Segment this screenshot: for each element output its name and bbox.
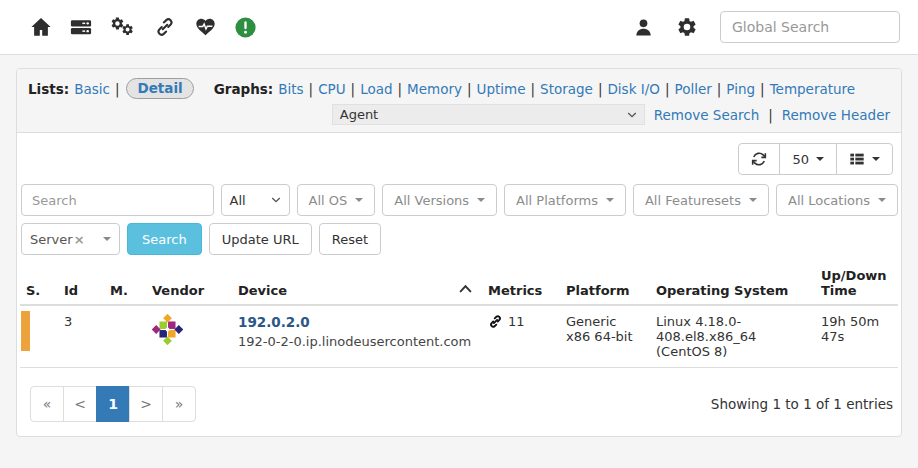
platforms-filter-dropdown[interactable]: All Platforms [504,184,626,216]
os-cell: Linux 4.18.0-408.el8.x86_64 (CentOS 8) [648,305,813,368]
status-warning-bar [21,311,30,351]
pagination-row: « < 1 > » Showing 1 to 1 of 1 entries [30,386,893,422]
devices-rack-icon[interactable] [69,16,93,38]
device-group-select[interactable]: Server× [21,223,120,255]
update-url-button[interactable]: Update URL [209,223,312,255]
refresh-icon [751,151,767,167]
col-header-metrics[interactable]: Metrics [480,262,558,305]
centos-logo-icon [152,314,183,345]
featuresets-filter-dropdown[interactable]: All Featuresets [633,184,769,216]
col-header-platform[interactable]: Platform [558,262,648,305]
entries-summary: Showing 1 to 1 of 1 entries [711,396,893,412]
navbar-left-icons [30,16,257,39]
caret-down-icon [816,157,824,161]
devices-table: S. Id M. Vendor Device Metrics Platform … [20,262,898,368]
metrics-link-icon[interactable] [488,314,503,329]
graph-link-bits[interactable]: Bits [278,81,303,97]
alerts-icon[interactable] [234,16,257,39]
graph-link-load[interactable]: Load [360,81,392,97]
panel-body: 50 All All OS [17,133,901,436]
col-header-device[interactable]: Device [230,262,480,305]
remove-header-link[interactable]: Remove Header [782,107,890,123]
table-toolbar: 50 [20,143,893,175]
chevron-down-icon [627,111,637,119]
search-button[interactable]: Search [127,223,202,255]
type-select[interactable]: All [221,184,290,216]
col-header-status[interactable]: S. [20,262,56,305]
group-tag: Server [30,232,73,247]
page-1-button[interactable]: 1 [96,386,130,422]
metrics-cell: 11 [480,305,558,368]
page-size-dropdown[interactable]: 50 [779,143,837,175]
user-icon[interactable] [633,17,654,38]
table-header-row: S. Id M. Vendor Device Metrics Platform … [20,262,898,305]
toolbar-button-group: 50 [738,143,893,175]
device-cell: 192.0.2.0 192-0-2-0.ip.linodeusercontent… [230,305,480,368]
graph-link-poller[interactable]: Poller [674,81,711,97]
col-header-updown[interactable]: Up/Down Time [813,262,898,305]
col-header-vendor[interactable]: Vendor [144,262,230,305]
caret-down-icon [606,198,614,202]
graph-link-memory[interactable]: Memory [407,81,462,97]
filter-row-1: All All OS All Versions All Platforms Al… [21,184,898,216]
metrics-count[interactable]: 11 [508,314,525,329]
search-input[interactable] [21,184,214,216]
vendor-cell [144,305,230,368]
graph-link-temperature[interactable]: Temperature [770,81,856,97]
lists-graphs-row: Lists: Basic | Detail Graphs: Bits| CPU|… [28,78,890,99]
remove-search-link[interactable]: Remove Search [654,107,759,123]
top-navbar [0,0,918,55]
id-cell: 3 [56,305,102,368]
graph-link-cpu[interactable]: CPU [318,81,345,97]
devices-panel: Lists: Basic | Detail Graphs: Bits| CPU|… [16,68,902,437]
os-filter-dropdown[interactable]: All OS [297,184,376,216]
col-header-id[interactable]: Id [56,262,102,305]
home-icon[interactable] [30,16,52,38]
col-header-maintenance[interactable]: M. [102,262,144,305]
locations-filter-dropdown[interactable]: All Locations [776,184,898,216]
services-cogs-icon[interactable] [110,16,136,38]
page-last-button[interactable]: » [162,386,196,422]
graphs-label: Graphs: [214,81,274,97]
agent-filter-row: Agent Remove Search | Remove Header [28,104,890,125]
global-search-input[interactable] [720,11,900,43]
ports-link-icon[interactable] [153,16,177,38]
device-link[interactable]: 192.0.2.0 [238,314,472,330]
list-columns-icon [849,151,865,167]
uptime-cell: 19h 50m 47s [813,305,898,368]
caret-down-icon [355,198,363,202]
health-heartbeat-icon[interactable] [194,16,217,38]
page-next-button[interactable]: > [129,386,163,422]
caret-down-icon [878,198,886,202]
filter-row-2: Server× Search Update URL Reset [21,223,898,255]
panel-heading: Lists: Basic | Detail Graphs: Bits| CPU|… [17,69,901,133]
agent-select[interactable]: Agent [332,104,645,125]
reset-button[interactable]: Reset [319,223,381,255]
graph-link-diskio[interactable]: Disk I/O [607,81,659,97]
list-link-basic[interactable]: Basic [74,81,110,97]
sort-asc-icon[interactable] [459,281,472,296]
navbar-right [633,11,900,43]
page-prev-button[interactable]: < [63,386,97,422]
remove-tag-icon[interactable]: × [74,232,85,247]
caret-down-icon [749,198,757,202]
status-cell [20,305,56,368]
graph-link-ping[interactable]: Ping [726,81,755,97]
platform-cell: Generic x86 64-bit [558,305,648,368]
caret-down-icon [872,157,880,161]
col-header-os[interactable]: Operating System [648,262,813,305]
refresh-button[interactable] [738,143,780,175]
versions-filter-dropdown[interactable]: All Versions [382,184,497,216]
lists-label: Lists: [28,81,69,97]
graph-link-uptime[interactable]: Uptime [477,81,526,97]
list-link-detail-active[interactable]: Detail [126,78,193,99]
device-row: 3 [20,305,898,368]
column-layout-dropdown[interactable] [836,143,893,175]
settings-gear-icon[interactable] [676,16,698,38]
maintenance-cell [102,305,144,368]
chevron-down-icon [271,196,281,204]
pager: « < 1 > » [30,386,196,422]
page-first-button[interactable]: « [30,386,64,422]
caret-down-icon [103,237,111,241]
graph-link-storage[interactable]: Storage [540,81,593,97]
